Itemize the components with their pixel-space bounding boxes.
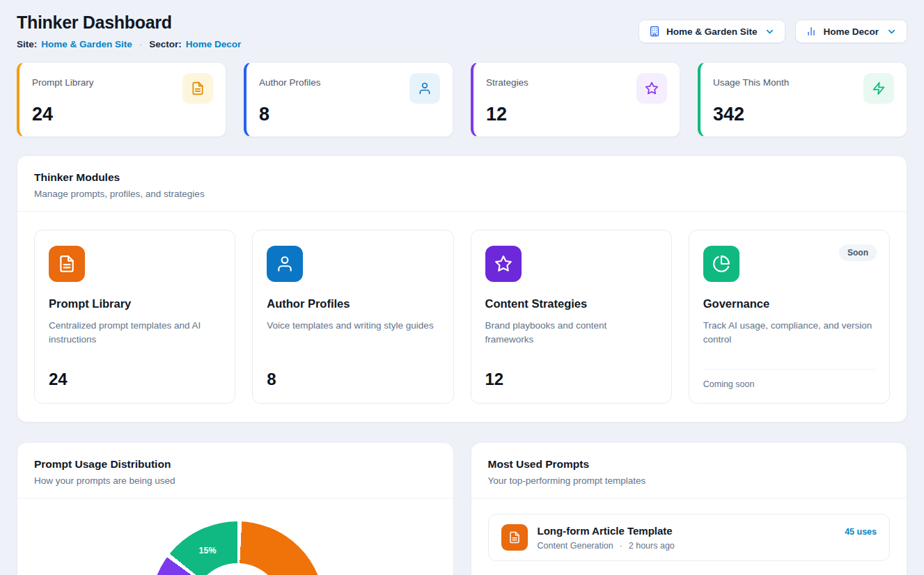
prompt-uses-badge: 45 uses — [845, 524, 877, 537]
stat-card-top: Usage This Month — [713, 73, 894, 104]
modules-header: Thinker Modules Manage prompts, profiles… — [17, 156, 907, 211]
sector-link[interactable]: Home Decor — [186, 39, 242, 49]
stat-card-prompt-library: Prompt Library 24 — [17, 62, 226, 137]
prompt-list: Long-form Article Template Content Gener… — [471, 498, 907, 575]
user-icon — [409, 73, 440, 104]
module-card-prompt-library[interactable]: Prompt Library Centralized prompt templa… — [34, 230, 235, 404]
stat-label: Author Profiles — [259, 73, 321, 88]
module-description: Centralized prompt templates and AI inst… — [49, 319, 221, 347]
header-right: Home & Garden Site Home Decor — [639, 19, 907, 43]
usage-card-title: Prompt Usage Distribution — [34, 458, 437, 471]
sector-selector-label: Home Decor — [823, 26, 879, 37]
module-description: Voice templates and writing style guides — [267, 319, 439, 333]
prompt-title: Long-form Article Template — [538, 525, 836, 537]
stat-card-top: Author Profiles — [259, 73, 440, 104]
site-link[interactable]: Home & Garden Site — [41, 39, 132, 49]
module-card-governance[interactable]: Soon Governance Track AI usage, complian… — [689, 230, 890, 404]
module-value: 24 — [49, 370, 221, 389]
module-title: Prompt Library — [49, 297, 221, 310]
document-icon — [49, 246, 85, 282]
thinker-modules-section: Thinker Modules Manage prompts, profiles… — [17, 155, 907, 423]
stat-card-usage: Usage This Month 342 — [698, 62, 907, 137]
most-used-subtitle: Your top-performing prompt templates — [488, 475, 891, 486]
donut-hole — [192, 563, 283, 575]
module-value: 8 — [267, 370, 439, 389]
sector-label: Sector: — [149, 39, 182, 49]
page-title: Thinker Dashboard — [17, 13, 241, 33]
lightning-icon — [863, 73, 894, 104]
bottom-row: Prompt Usage Distribution How your promp… — [17, 442, 907, 575]
stat-value: 342 — [713, 104, 894, 125]
separator-dot: · — [139, 39, 143, 49]
site-selector-dropdown[interactable]: Home & Garden Site — [639, 19, 786, 43]
chart-area: 15% — [17, 498, 453, 575]
prompt-time: 2 hours ago — [629, 541, 675, 551]
stat-card-top: Strategies — [486, 73, 667, 104]
separator-dot: · — [620, 541, 622, 551]
module-value: 12 — [485, 370, 657, 389]
prompt-category: Content Generation — [538, 541, 613, 551]
chevron-down-icon — [886, 26, 897, 37]
prompt-list-item[interactable]: Long-form Article Template Content Gener… — [488, 514, 891, 561]
usage-card-subtitle: How your prompts are being used — [34, 475, 437, 486]
document-icon — [501, 524, 528, 551]
pie-chart-icon — [703, 246, 739, 282]
stat-card-strategies: Strategies 12 — [471, 62, 680, 137]
prompt-meta: Content Generation · 2 hours ago — [538, 541, 836, 551]
stat-label: Usage This Month — [713, 73, 789, 88]
sparkle-star-icon — [636, 73, 667, 104]
stat-value: 12 — [486, 104, 667, 125]
document-icon — [182, 73, 213, 104]
module-title: Content Strategies — [485, 297, 657, 310]
module-card-content-strategies[interactable]: Content Strategies Brand playbooks and c… — [471, 230, 672, 404]
most-used-prompts-card: Most Used Prompts Your top-performing pr… — [471, 442, 908, 575]
sector-selector-dropdown[interactable]: Home Decor — [795, 19, 907, 43]
site-sector-row: Site: Home & Garden Site · Sector: Home … — [17, 39, 241, 49]
prompt-info: Long-form Article Template Content Gener… — [538, 525, 836, 551]
chevron-down-icon — [765, 26, 775, 37]
header: Thinker Dashboard Site: Home & Garden Si… — [17, 11, 907, 49]
sparkle-star-icon — [485, 246, 522, 282]
module-title: Author Profiles — [267, 297, 439, 310]
modules-subtitle: Manage prompts, profiles, and strategies — [34, 189, 890, 199]
stat-label: Prompt Library — [32, 73, 94, 88]
user-icon — [267, 246, 303, 282]
prompt-usage-card: Prompt Usage Distribution How your promp… — [17, 442, 454, 575]
modules-grid: Prompt Library Centralized prompt templa… — [17, 212, 907, 422]
stat-value: 24 — [32, 104, 213, 125]
stat-card-top: Prompt Library — [32, 73, 213, 104]
dashboard-page: Thinker Dashboard Site: Home & Garden Si… — [0, 0, 924, 575]
stats-row: Prompt Library 24 Author Profiles 8 Stra… — [17, 62, 907, 137]
module-title: Governance — [703, 297, 875, 310]
coming-soon-label: Coming soon — [703, 369, 875, 389]
usage-card-header: Prompt Usage Distribution How your promp… — [17, 443, 453, 498]
most-used-header: Most Used Prompts Your top-performing pr… — [471, 443, 907, 498]
module-description: Track AI usage, compliance, and version … — [703, 319, 875, 347]
donut-slice-label: 15% — [198, 546, 216, 556]
bar-chart-icon — [806, 26, 817, 37]
building-icon — [649, 26, 660, 37]
site-selector-label: Home & Garden Site — [666, 26, 758, 37]
soon-badge: Soon — [839, 244, 877, 261]
stat-card-author-profiles: Author Profiles 8 — [244, 62, 453, 137]
site-label: Site: — [17, 39, 37, 49]
donut-chart: 15% — [150, 521, 324, 575]
stat-label: Strategies — [486, 73, 528, 88]
most-used-title: Most Used Prompts — [488, 458, 891, 471]
module-description: Brand playbooks and content frameworks — [485, 319, 657, 347]
stat-value: 8 — [259, 104, 440, 125]
modules-title: Thinker Modules — [34, 171, 890, 184]
module-card-author-profiles[interactable]: Author Profiles Voice templates and writ… — [252, 230, 453, 404]
header-left: Thinker Dashboard Site: Home & Garden Si… — [17, 11, 241, 49]
